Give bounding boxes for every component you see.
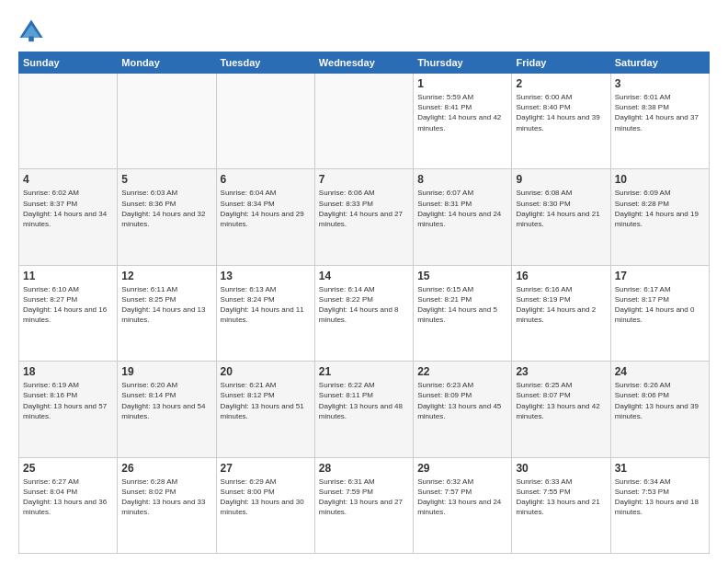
day-number: 21 [319,365,409,378]
day-cell [19,74,118,169]
day-cell: 9Sunrise: 6:08 AMSunset: 8:30 PMDaylight… [512,169,610,265]
day-info: Sunrise: 6:09 AMSunset: 8:28 PMDaylight:… [615,188,705,229]
day-cell: 21Sunrise: 6:22 AMSunset: 8:11 PMDayligh… [314,362,413,457]
week-row-5: 25Sunrise: 6:27 AMSunset: 8:04 PMDayligh… [19,457,710,553]
day-number: 4 [23,173,113,186]
day-cell: 7Sunrise: 6:06 AMSunset: 8:33 PMDaylight… [314,169,413,265]
day-cell: 22Sunrise: 6:23 AMSunset: 8:09 PMDayligh… [414,362,512,457]
day-cell [118,74,216,169]
day-cell: 19Sunrise: 6:20 AMSunset: 8:14 PMDayligh… [118,362,216,457]
calendar-header-row: SundayMondayTuesdayWednesdayThursdayFrid… [19,52,710,74]
day-cell: 18Sunrise: 6:19 AMSunset: 8:16 PMDayligh… [19,362,118,457]
day-header-saturday: Saturday [610,52,709,74]
day-info: Sunrise: 6:08 AMSunset: 8:30 PMDaylight:… [516,188,606,229]
day-number: 10 [615,173,705,186]
day-number: 13 [221,270,311,282]
day-info: Sunrise: 6:21 AMSunset: 8:12 PMDaylight:… [221,380,311,421]
day-info: Sunrise: 6:27 AMSunset: 8:04 PMDaylight:… [23,477,113,518]
svg-rect-2 [28,37,34,42]
day-number: 2 [516,77,606,90]
day-info: Sunrise: 6:01 AMSunset: 8:38 PMDaylight:… [615,92,705,133]
day-info: Sunrise: 6:06 AMSunset: 8:33 PMDaylight:… [319,188,409,229]
day-number: 25 [23,462,113,475]
day-number: 3 [615,77,705,90]
day-cell [216,74,314,169]
logo-icon [18,18,44,44]
logo [18,18,48,44]
day-number: 7 [319,173,409,186]
day-number: 31 [615,462,705,475]
day-info: Sunrise: 6:13 AMSunset: 8:24 PMDaylight:… [221,284,311,326]
day-info: Sunrise: 6:33 AMSunset: 7:55 PMDaylight:… [516,477,606,518]
day-cell: 23Sunrise: 6:25 AMSunset: 8:07 PMDayligh… [512,362,610,457]
day-number: 9 [516,173,606,186]
day-number: 11 [23,270,113,282]
day-info: Sunrise: 6:03 AMSunset: 8:36 PMDaylight:… [121,188,211,229]
day-info: Sunrise: 6:34 AMSunset: 7:53 PMDaylight:… [615,477,705,518]
day-cell: 3Sunrise: 6:01 AMSunset: 8:38 PMDaylight… [610,74,709,169]
day-info: Sunrise: 6:17 AMSunset: 8:17 PMDaylight:… [615,284,705,326]
calendar: SundayMondayTuesdayWednesdayThursdayFrid… [18,52,710,554]
day-cell: 10Sunrise: 6:09 AMSunset: 8:28 PMDayligh… [610,169,709,265]
day-info: Sunrise: 6:22 AMSunset: 8:11 PMDaylight:… [319,380,409,421]
day-cell: 30Sunrise: 6:33 AMSunset: 7:55 PMDayligh… [512,457,610,553]
day-cell: 1Sunrise: 5:59 AMSunset: 8:41 PMDaylight… [414,74,512,169]
day-cell: 15Sunrise: 6:15 AMSunset: 8:21 PMDayligh… [414,265,512,361]
day-info: Sunrise: 6:11 AMSunset: 8:25 PMDaylight:… [121,284,211,326]
week-row-4: 18Sunrise: 6:19 AMSunset: 8:16 PMDayligh… [19,362,710,457]
day-cell: 20Sunrise: 6:21 AMSunset: 8:12 PMDayligh… [216,362,314,457]
day-info: Sunrise: 6:23 AMSunset: 8:09 PMDaylight:… [417,380,507,421]
day-cell: 11Sunrise: 6:10 AMSunset: 8:27 PMDayligh… [19,265,118,361]
day-info: Sunrise: 6:16 AMSunset: 8:19 PMDaylight:… [516,284,606,326]
page: SundayMondayTuesdayWednesdayThursdayFrid… [0,0,728,563]
day-cell: 31Sunrise: 6:34 AMSunset: 7:53 PMDayligh… [610,457,709,553]
day-info: Sunrise: 6:26 AMSunset: 8:06 PMDaylight:… [615,380,705,421]
day-header-monday: Monday [118,52,216,74]
day-cell: 8Sunrise: 6:07 AMSunset: 8:31 PMDaylight… [414,169,512,265]
day-number: 6 [221,173,311,186]
day-info: Sunrise: 6:28 AMSunset: 8:02 PMDaylight:… [121,477,211,518]
week-row-2: 4Sunrise: 6:02 AMSunset: 8:37 PMDaylight… [19,169,710,265]
day-number: 20 [221,365,311,378]
day-number: 22 [417,365,507,378]
day-number: 27 [221,462,311,475]
day-number: 28 [319,462,409,475]
day-header-sunday: Sunday [19,52,118,74]
calendar-table: SundayMondayTuesdayWednesdayThursdayFrid… [18,52,710,554]
day-number: 23 [516,365,606,378]
day-number: 24 [615,365,705,378]
day-cell: 28Sunrise: 6:31 AMSunset: 7:59 PMDayligh… [314,457,413,553]
day-header-wednesday: Wednesday [314,52,413,74]
day-cell: 26Sunrise: 6:28 AMSunset: 8:02 PMDayligh… [118,457,216,553]
day-cell: 6Sunrise: 6:04 AMSunset: 8:34 PMDaylight… [216,169,314,265]
day-info: Sunrise: 6:19 AMSunset: 8:16 PMDaylight:… [23,380,113,421]
day-number: 1 [417,77,507,90]
day-number: 17 [615,270,705,282]
header [18,15,710,44]
day-info: Sunrise: 6:31 AMSunset: 7:59 PMDaylight:… [319,477,409,518]
day-cell: 25Sunrise: 6:27 AMSunset: 8:04 PMDayligh… [19,457,118,553]
day-info: Sunrise: 6:20 AMSunset: 8:14 PMDaylight:… [121,380,211,421]
day-number: 30 [516,462,606,475]
day-header-tuesday: Tuesday [216,52,314,74]
day-cell [314,74,413,169]
day-cell: 16Sunrise: 6:16 AMSunset: 8:19 PMDayligh… [512,265,610,361]
day-info: Sunrise: 5:59 AMSunset: 8:41 PMDaylight:… [417,92,507,133]
day-cell: 2Sunrise: 6:00 AMSunset: 8:40 PMDaylight… [512,74,610,169]
day-number: 18 [23,365,113,378]
day-header-thursday: Thursday [414,52,512,74]
day-info: Sunrise: 6:15 AMSunset: 8:21 PMDaylight:… [417,284,507,326]
day-number: 5 [121,173,211,186]
day-cell: 27Sunrise: 6:29 AMSunset: 8:00 PMDayligh… [216,457,314,553]
day-info: Sunrise: 6:07 AMSunset: 8:31 PMDaylight:… [417,188,507,229]
day-cell: 5Sunrise: 6:03 AMSunset: 8:36 PMDaylight… [118,169,216,265]
day-info: Sunrise: 6:02 AMSunset: 8:37 PMDaylight:… [23,188,113,229]
day-info: Sunrise: 6:14 AMSunset: 8:22 PMDaylight:… [319,284,409,326]
day-cell: 24Sunrise: 6:26 AMSunset: 8:06 PMDayligh… [610,362,709,457]
day-cell: 17Sunrise: 6:17 AMSunset: 8:17 PMDayligh… [610,265,709,361]
day-number: 16 [516,270,606,282]
day-number: 14 [319,270,409,282]
day-info: Sunrise: 6:25 AMSunset: 8:07 PMDaylight:… [516,380,606,421]
day-info: Sunrise: 6:10 AMSunset: 8:27 PMDaylight:… [23,284,113,326]
day-header-friday: Friday [512,52,610,74]
